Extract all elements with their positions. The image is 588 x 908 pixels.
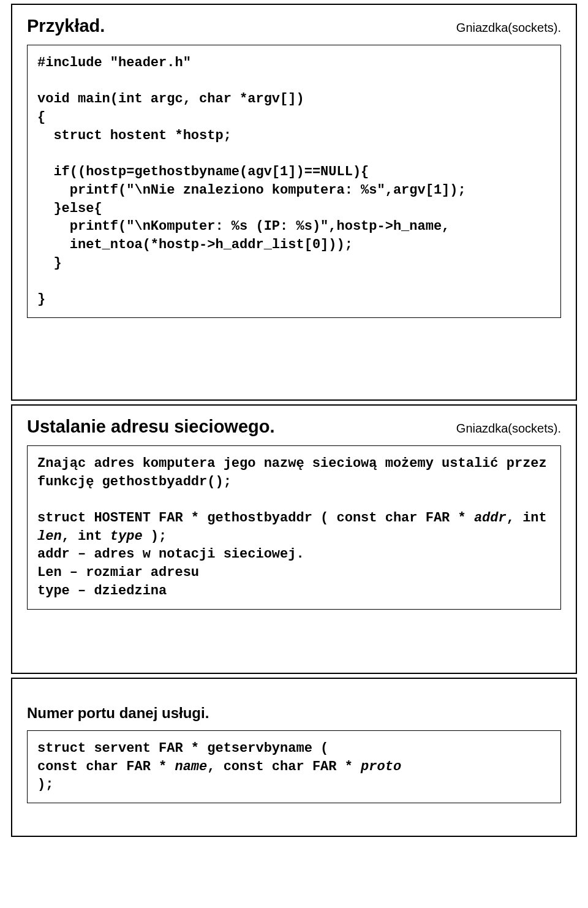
param-type: type [110, 529, 143, 544]
slide-network-address: Ustalanie adresu sieciowego. Gniazdka(so… [11, 404, 577, 674]
slide-title: Przykład. [27, 16, 105, 36]
text-block: Znając adres komputera jego nazwę siecio… [27, 445, 561, 610]
proto-line-3: ); [37, 776, 551, 794]
proto-text: ); [143, 529, 167, 544]
slide-header: Ustalanie adresu sieciowego. Gniazdka(so… [27, 417, 561, 437]
proto-text: struct HOSTENT FAR * gethostbyaddr ( con… [37, 510, 474, 526]
proto-text: , const char FAR * [207, 759, 361, 774]
desc-addr: addr – adres w notacji sieciowej. [37, 545, 551, 564]
slide-port-number: Numer portu danej usługi. struct servent… [11, 678, 577, 837]
proto-text: , int [507, 510, 547, 526]
desc-len: Len – rozmiar adresu [37, 564, 551, 582]
proto-line-1: struct servent FAR * getservbyname ( [37, 740, 551, 758]
code-block: struct servent FAR * getservbyname ( con… [27, 730, 561, 803]
slide-title: Ustalanie adresu sieciowego. [27, 417, 275, 437]
param-name: name [175, 759, 207, 774]
param-proto: proto [361, 759, 401, 774]
slide-tag: Gniazdka(sockets). [456, 422, 561, 436]
proto-text: , int [62, 529, 110, 544]
slide-example: Przykład. Gniazdka(sockets). #include "h… [11, 4, 577, 401]
slide-tag: Gniazdka(sockets). [456, 21, 561, 35]
proto-line-2: const char FAR * name, const char FAR * … [37, 758, 551, 776]
slide-header: Przykład. Gniazdka(sockets). [27, 16, 561, 36]
param-addr: addr [474, 510, 507, 526]
code-block: #include "header.h" void main(int argc, … [27, 45, 561, 318]
intro-text: Znając adres komputera jego nazwę siecio… [37, 455, 551, 491]
slide-title: Numer portu danej usługi. [27, 705, 561, 722]
function-prototype: struct HOSTENT FAR * gethostbyaddr ( con… [37, 509, 551, 545]
param-len: len [37, 529, 62, 544]
desc-type: type – dziedzina [37, 582, 551, 600]
proto-text: const char FAR * [37, 759, 175, 774]
